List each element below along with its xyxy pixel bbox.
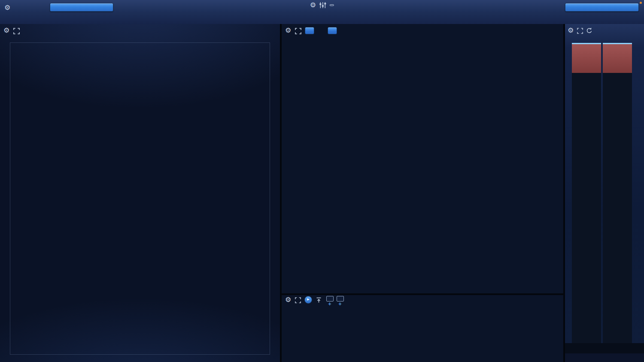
rms-meter-left-over-zone: [572, 43, 601, 73]
magnitude-spectrum-panel: ⚙ ▶ + +: [282, 295, 563, 362]
rms-footer: [565, 353, 644, 362]
magnitude-spectrum-display[interactable]: [291, 307, 562, 355]
rms-meter-right: [603, 43, 632, 343]
rms-meter-right-current-line: [603, 43, 632, 44]
activity-indicator: [640, 2, 642, 4]
spatial-settings-gear-icon[interactable]: ⚙: [3, 27, 9, 34]
top-bar: ⚙ ⚙: [0, 0, 644, 24]
rms-meter-left: [572, 43, 601, 343]
peak-hold-icon[interactable]: [316, 297, 322, 303]
spectrogram-fullscreen-icon[interactable]: [295, 28, 301, 34]
rms-settings-gear-icon[interactable]: ⚙: [568, 27, 574, 34]
play-icon[interactable]: ▶: [304, 296, 312, 304]
rms-reset-icon[interactable]: [586, 27, 592, 34]
rms-metering-panel: ⚙: [565, 24, 644, 362]
spectrogram-display[interactable]: [291, 39, 562, 287]
magnitude-fullscreen-icon[interactable]: [295, 297, 301, 303]
spectrogram-view-2-button[interactable]: [328, 27, 337, 34]
analyzer-settings-gear-icon[interactable]: ⚙: [310, 2, 316, 9]
io-routing-icon[interactable]: [330, 4, 334, 6]
spectrum-slot-1-add-icon[interactable]: +: [328, 302, 331, 306]
gear-icon[interactable]: ⚙: [4, 3, 10, 12]
sliders-icon[interactable]: [319, 2, 327, 9]
spectrogram-panel: ⚙: [282, 24, 563, 293]
rms-meter-left-current-line: [572, 43, 601, 44]
hardware-input-button[interactable]: [50, 3, 113, 12]
magnitude-settings-gear-icon[interactable]: ⚙: [285, 296, 291, 303]
analyzer-window: ⚙ ⚙ ⚙: [0, 0, 644, 362]
spectrum-slot-1-button[interactable]: [326, 296, 334, 302]
spectrum-slot-2-button[interactable]: [337, 296, 344, 302]
audio-source-settings-icon[interactable]: ⚙: [4, 3, 10, 12]
spatial-spectrogram-panel: ⚙: [0, 24, 280, 362]
spectrogram-view-1-button[interactable]: [305, 27, 314, 34]
live-play-button[interactable]: ▶: [304, 296, 313, 304]
spectrum-slot-1[interactable]: +: [325, 296, 334, 306]
spectrum-slot-2-add-icon[interactable]: +: [338, 302, 342, 306]
rms-fullscreen-icon[interactable]: [577, 28, 583, 34]
layout-preset-button[interactable]: [565, 3, 639, 12]
rms-meter-right-over-zone: [603, 43, 632, 73]
spatial-spectrogram-display[interactable]: [10, 42, 270, 355]
rms-bottom-strip: [565, 343, 644, 353]
top-center-group: ⚙: [310, 2, 334, 10]
spatial-fullscreen-icon[interactable]: [13, 28, 20, 34]
spectrogram-settings-gear-icon[interactable]: ⚙: [285, 27, 291, 34]
spectrum-slot-2[interactable]: +: [336, 296, 344, 306]
